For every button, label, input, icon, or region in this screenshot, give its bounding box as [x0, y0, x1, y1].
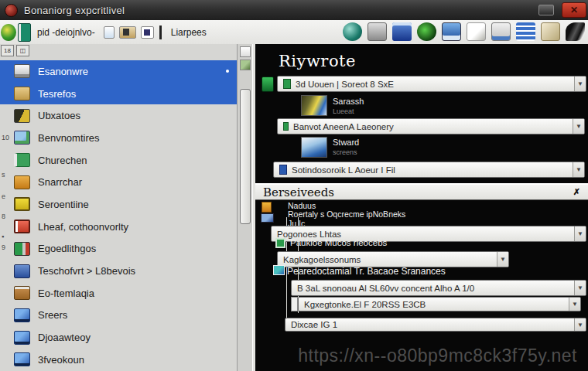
sidebar-item-sreers[interactable]: Sreers: [0, 305, 237, 327]
minimize-button[interactable]: [538, 5, 554, 15]
package-icon[interactable]: [541, 22, 560, 41]
watermark-url: https://xn--o80bp9mc8ck3f75y.net: [298, 345, 577, 366]
sidebar-item-label: Ubxatoes: [38, 110, 80, 121]
combo-2-value: Banvot AneenA Laeonery: [293, 122, 394, 131]
thumbnail-1[interactable]: [301, 95, 327, 116]
chevron-down-icon[interactable]: ▼: [573, 162, 584, 177]
chevron-down-icon[interactable]: ▼: [569, 298, 580, 311]
brown-folder-icon: [14, 286, 30, 300]
sidebar-item-egoedlithgos[interactable]: Egoedlithgos: [0, 238, 237, 260]
power-orb-icon[interactable]: [417, 22, 436, 41]
sidebar-item-label: Esanonwre: [38, 66, 88, 77]
sidebar-item-label: Eo-ftemlaqia: [38, 288, 94, 299]
thumbnail-2[interactable]: [301, 137, 327, 158]
combo-1[interactable]: 3d Uouen | Soreot 8 SxE ▼: [277, 76, 586, 92]
sidebar-item-label: Lheaf, cothoonvorlty: [38, 221, 128, 233]
green-badge-icon: [275, 238, 285, 248]
quill-icon[interactable]: [566, 22, 585, 41]
globe-icon[interactable]: [343, 22, 362, 41]
shared-folder-icon: [14, 87, 30, 100]
photos-icon: [14, 131, 30, 145]
sidebar-item-seroentiine[interactable]: Seroentiine: [0, 193, 237, 216]
open-folder-icon[interactable]: [119, 26, 136, 39]
combo-tab-block: [291, 297, 298, 311]
properties-panel: Riywrote 3d Uouen | Soreot 8 SxE ▼ Saras…: [253, 44, 588, 371]
section-close-icon[interactable]: ✗: [573, 187, 580, 197]
titlebar: Bonaniorg expcritlivel ✕: [0, 0, 588, 20]
section-header[interactable]: Berseiveeds ✗: [255, 183, 588, 200]
combo-lead-icon: [283, 122, 289, 131]
sidebar-item-benvnomtires[interactable]: Benvnomtires: [0, 127, 237, 149]
combo-7[interactable]: Kgxegtonke.El F 20RSS E3CB ▼: [298, 297, 581, 311]
sidebar-item-label: Teschofvrt > L8bevois: [38, 265, 135, 277]
new-page-icon[interactable]: [104, 26, 115, 39]
sidebar-item-ubxatoes[interactable]: Ubxatoes: [0, 104, 237, 127]
panel-title: Riywrote: [279, 52, 356, 70]
combo-lead-icon: [283, 79, 291, 89]
combo-7-value: Kgxegtonke.El F 20RSS E3CB: [304, 300, 426, 309]
layers-icon[interactable]: [516, 22, 535, 41]
sidebar-item-label: Churechen: [38, 155, 87, 166]
combo-5[interactable]: Kagkagoelssonums ▼: [277, 251, 509, 267]
combo-3[interactable]: Sotindosoroik L Aoeur I Fil ▼: [273, 162, 585, 178]
chevron-down-icon[interactable]: ▼: [574, 281, 586, 295]
sidebar-badge-2[interactable]: ◫: [16, 45, 29, 56]
monitor-icon[interactable]: [442, 22, 461, 41]
sidebar-item-churechen[interactable]: Churechen: [0, 149, 237, 172]
chevron-down-icon[interactable]: ▼: [574, 318, 586, 331]
combo-8[interactable]: Dixcae IG 1 ▼: [285, 318, 586, 332]
sidebar-item-lheaf[interactable]: Lheaf, cothoonvorlty: [0, 216, 237, 238]
sidebar-item-esanonwre[interactable]: Esanonwre: [0, 60, 237, 83]
sidebar: 18 ◫ 14 10 s e 8 ▪ 9 Esanonwre Tesrefos …: [0, 44, 237, 371]
sidebar-item-djoaawteoy[interactable]: Djoaawteoy: [0, 326, 237, 349]
combo-2[interactable]: Banvot AneenA Laeonery ▼: [277, 118, 585, 134]
chevron-down-icon[interactable]: ▼: [574, 77, 586, 91]
toolbar-right-icons: [343, 22, 585, 41]
sidebar-item-label: Snarrchar: [38, 176, 82, 188]
orange-doc-icon: [262, 202, 272, 213]
green-book-icon: [14, 153, 30, 167]
menu-item-1[interactable]: pid -deiojnlvo-: [37, 27, 95, 38]
page-mini-icon: [240, 46, 251, 57]
green-book-icon[interactable]: [18, 23, 31, 42]
selection-marker: [226, 70, 229, 73]
red-app-icon: [14, 220, 30, 233]
item-1-title: Sarassh: [333, 97, 364, 106]
combo-4-value: Pogonoes Lhtas: [277, 230, 341, 239]
sidebar-badge-1[interactable]: 18: [1, 45, 14, 56]
chevron-down-icon[interactable]: ▼: [573, 119, 584, 134]
yellow-app-icon: [14, 197, 30, 211]
combo-5-value: Kagkagoelssonums: [283, 255, 361, 264]
sidebar-item-teschofvrt[interactable]: Teschofvrt > L8bevois: [0, 260, 237, 282]
toolbar: pid -deiojnlvo- Liarpees: [0, 20, 588, 45]
app-window: Bonaniorg expcritlivel ✕ pid -deiojnlvo-…: [0, 0, 588, 371]
combo-6[interactable]: B 3aL snonoau Al SL60vv concent Alho A 1…: [291, 280, 586, 296]
combo-8-value: Dixcae IG 1: [291, 320, 337, 329]
item-1-subtitle: Lueeat: [333, 107, 354, 115]
sidebar-item-3fveokoun[interactable]: 3fveokoun: [0, 349, 237, 371]
item-2-subtitle: screens: [333, 148, 357, 156]
suite-orb-icon[interactable]: [1, 24, 16, 41]
tree-label-6: Pearedoctamial Tr. Bacaoe Sranances: [287, 266, 446, 277]
chevron-down-icon[interactable]: ▼: [574, 226, 586, 241]
page-curl-icon[interactable]: [467, 22, 486, 41]
device-icon[interactable]: [491, 22, 511, 41]
sidebar-item-snarrchar[interactable]: Snarrchar: [0, 171, 237, 193]
tree-label-5: Paukioe Mucos rieocebs: [290, 238, 387, 247]
menu-item-2[interactable]: Liarpees: [171, 27, 207, 38]
save-icon[interactable]: [392, 22, 412, 41]
grid-icon[interactable]: [141, 26, 154, 39]
close-button[interactable]: ✕: [562, 2, 586, 18]
sidebar-item-label: Tesrefos: [38, 88, 76, 100]
sidebar-item-eoftemlaqia[interactable]: Eo-ftemlaqia: [0, 282, 237, 305]
combo-lead-icon: [279, 165, 287, 175]
sidebar-item-label: Seroentiine: [38, 199, 89, 210]
print-icon[interactable]: [368, 22, 387, 41]
scrollbar-thumb[interactable]: [240, 89, 251, 224]
chevron-down-icon[interactable]: ▼: [497, 252, 508, 267]
window-title: Bonaniorg expcritlivel: [24, 5, 125, 16]
teal-badge-icon: [273, 265, 285, 275]
sidebar-scrollbar[interactable]: [237, 44, 253, 371]
green-square-icon: [262, 77, 274, 92]
sidebar-item-tesrefos[interactable]: Tesrefos: [0, 83, 237, 105]
